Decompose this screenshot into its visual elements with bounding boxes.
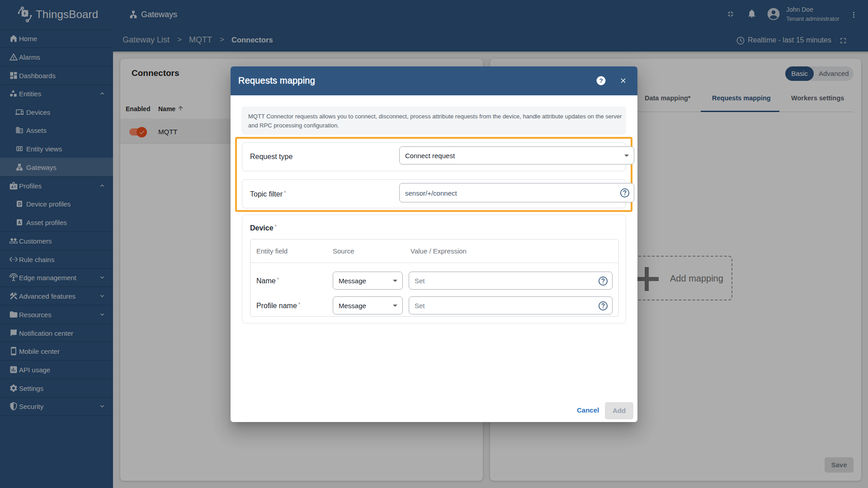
svg-text:?: ? bbox=[599, 77, 603, 84]
